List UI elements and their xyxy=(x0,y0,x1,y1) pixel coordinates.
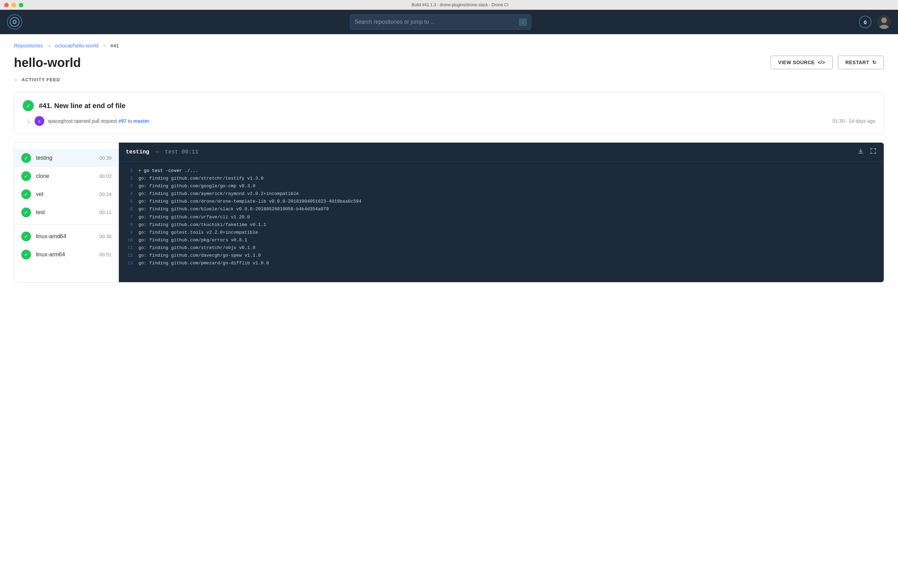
step-item-vet[interactable]: ✓ vet 00:24 xyxy=(14,185,118,203)
breadcrumb-build-number: #41 xyxy=(110,43,119,48)
build-meta-left: s spaceghost opened pull request #97 to … xyxy=(26,116,149,126)
log-line-text: go: finding github.com/davecgh/go-spew v… xyxy=(138,252,261,260)
log-line-text: go: finding github.com/pkg/errors v0.8.1 xyxy=(138,237,247,244)
meta-indent-icon xyxy=(28,119,31,123)
step-name-test: test xyxy=(36,209,94,215)
navbar-right: 0 xyxy=(859,15,891,29)
log-line-number: 2 xyxy=(126,175,133,182)
step-group-linux: ✓ linux-amd64 00:36 ✓ linux-arm64 00:51 xyxy=(14,225,118,266)
log-line-text: go: finding github.com/google/go-cmp v0.… xyxy=(138,182,255,190)
log-line-number: 12 xyxy=(126,252,133,260)
terminal-separator: — xyxy=(155,149,162,155)
step-duration-vet: 00:24 xyxy=(99,191,112,197)
notification-badge[interactable]: 0 xyxy=(859,16,872,28)
step-item-linux-arm64[interactable]: ✓ linux-arm64 00:51 xyxy=(14,246,118,264)
log-line-text: go: finding github.com/drone/drone-templ… xyxy=(138,198,361,205)
expand-button[interactable] xyxy=(870,148,877,156)
log-line: 8go: finding github.com/tkuchiki/faketim… xyxy=(126,221,877,229)
log-line-text: go: finding github.com/pmezard/go-diffli… xyxy=(138,260,269,267)
header-actions: VIEW SOURCE </> RESTART ↻ xyxy=(770,55,884,69)
navbar: Search repositories or jump to ... / 0 xyxy=(0,10,898,34)
log-line-number: 5 xyxy=(126,198,133,205)
breadcrumb-repositories[interactable]: Repositories xyxy=(14,43,43,48)
log-line-number: 7 xyxy=(126,214,133,221)
meta-pr-number[interactable]: #97 xyxy=(118,118,126,124)
step-duration-testing: 00:39 xyxy=(99,155,112,161)
terminal-actions xyxy=(857,148,877,156)
log-line-number: 11 xyxy=(126,244,133,252)
log-line-number: 10 xyxy=(126,237,133,244)
content-area: Repositories → octocat/hello-world → #41… xyxy=(0,34,898,291)
terminal-active-step: testing xyxy=(126,149,149,155)
view-source-label: VIEW SOURCE xyxy=(778,60,815,65)
step-status-icon-linux-amd64: ✓ xyxy=(21,232,31,241)
log-line: 11go: finding github.com/stretchr/objx v… xyxy=(126,244,877,252)
page-title: hello-world xyxy=(14,55,81,70)
log-line-number: 8 xyxy=(126,221,133,229)
breadcrumb-arrow-2: → xyxy=(102,43,107,48)
terminal-body[interactable]: 1+ go test -cover ./...2go: finding gith… xyxy=(119,162,884,282)
download-button[interactable] xyxy=(857,148,864,156)
log-line-text: go: finding github.com/aymerick/raymond … xyxy=(138,190,299,198)
step-duration-linux-amd64: 00:36 xyxy=(99,234,112,239)
restart-label: RESTART xyxy=(845,60,869,65)
terminal-command: test xyxy=(165,149,178,155)
steps-sidebar: ✓ testing 00:39 ✓ clone 00:02 ✓ vet 00:2… xyxy=(14,143,119,282)
log-line-number: 13 xyxy=(126,260,133,267)
avatar[interactable] xyxy=(877,15,891,29)
log-line-text: go: finding github.com/stretchr/testify … xyxy=(138,175,263,182)
log-line: 2go: finding github.com/stretchr/testify… xyxy=(126,175,877,182)
search-kbd: / xyxy=(519,18,527,26)
drone-logo[interactable] xyxy=(7,14,22,30)
step-duration-test: 00:11 xyxy=(99,209,112,215)
step-name-testing: testing xyxy=(36,155,94,161)
log-line-number: 4 xyxy=(126,190,133,198)
view-source-button[interactable]: VIEW SOURCE </> xyxy=(770,55,833,69)
log-line: 10go: finding github.com/pkg/errors v0.8… xyxy=(126,237,877,244)
log-line: 6go: finding github.com/bluele/slack v0.… xyxy=(126,205,877,213)
terminal-panel: testing — test 00:11 xyxy=(119,143,884,282)
restart-icon: ↻ xyxy=(872,60,877,65)
log-line-number: 1 xyxy=(126,167,133,175)
close-button[interactable] xyxy=(4,3,9,7)
source-icon: </> xyxy=(818,60,825,65)
terminal-header: testing — test 00:11 xyxy=(119,143,884,162)
activity-feed-link[interactable]: ← ACTIVITY FEED xyxy=(14,77,884,82)
step-item-testing[interactable]: ✓ testing 00:39 xyxy=(14,149,118,167)
breadcrumb: Repositories → octocat/hello-world → #41 xyxy=(14,43,884,48)
log-line-text: go: finding github.com/urfave/cli v1.20.… xyxy=(138,214,250,221)
step-item-linux-amd64[interactable]: ✓ linux-amd64 00:36 xyxy=(14,228,118,246)
minimize-button[interactable] xyxy=(11,3,16,7)
meta-username: spaceghost xyxy=(48,118,73,124)
search-placeholder: Search repositories or jump to ... xyxy=(355,19,515,25)
svg-point-2 xyxy=(14,21,16,23)
fullscreen-button[interactable] xyxy=(19,3,23,7)
log-line-number: 9 xyxy=(126,229,133,237)
step-name-clone: clone xyxy=(36,173,94,179)
step-status-icon-test: ✓ xyxy=(21,208,31,217)
build-meta: s spaceghost opened pull request #97 to … xyxy=(23,116,875,126)
breadcrumb-repo[interactable]: octocat/hello-world xyxy=(55,43,98,48)
terminal-title: testing — test 00:11 xyxy=(126,149,198,155)
terminal-time: 00:11 xyxy=(181,149,198,155)
restart-button[interactable]: RESTART ↻ xyxy=(838,55,884,69)
build-status-icon: ✓ xyxy=(23,100,34,111)
log-line-text: go: finding github.com/bluele/slack v0.0… xyxy=(138,205,329,213)
log-line: 3go: finding github.com/google/go-cmp v0… xyxy=(126,182,877,190)
meta-pr-target[interactable]: master xyxy=(133,118,149,124)
log-line: 9go: finding gotest.tools v2.2.0+incompa… xyxy=(126,229,877,237)
log-line-text: go: finding gotest.tools v2.2.0+incompat… xyxy=(138,229,258,237)
log-line: 1+ go test -cover ./... xyxy=(126,167,877,175)
step-item-clone[interactable]: ✓ clone 00:02 xyxy=(14,167,118,185)
build-body: ✓ testing 00:39 ✓ clone 00:02 ✓ vet 00:2… xyxy=(14,142,884,283)
search-bar[interactable]: Search repositories or jump to ... / xyxy=(350,14,531,30)
window-title: Build #41.1.3 - drone-plugins/drone-slac… xyxy=(26,2,894,7)
step-duration-clone: 00:02 xyxy=(99,173,112,179)
build-card: ✓ #41. New line at end of file s spacegh… xyxy=(14,92,884,134)
step-status-icon-clone: ✓ xyxy=(21,171,31,181)
meta-opened-by: spaceghost opened pull request #97 to ma… xyxy=(48,118,149,124)
breadcrumb-arrow-1: → xyxy=(46,43,51,48)
back-arrow-icon: ← xyxy=(14,77,19,82)
step-item-test[interactable]: ✓ test 00:11 xyxy=(14,203,118,222)
step-duration-linux-arm64: 00:51 xyxy=(99,252,112,257)
